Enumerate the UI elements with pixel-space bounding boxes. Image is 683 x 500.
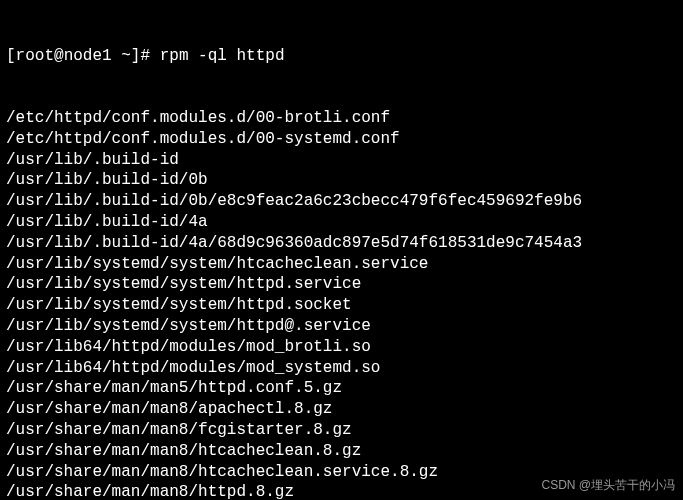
watermark: CSDN @埋头苦干的小冯 <box>541 478 675 494</box>
output-line: /usr/lib/systemd/system/httpd.service <box>6 274 677 295</box>
prompt-host: node1 <box>64 47 112 65</box>
command-line: [root@node1 ~]# rpm -ql httpd <box>6 46 677 67</box>
output-line: /usr/lib64/httpd/modules/mod_systemd.so <box>6 358 677 379</box>
output-line: /usr/share/man/man8/htcacheclean.8.gz <box>6 441 677 462</box>
output-line: /usr/lib/systemd/system/httpd.socket <box>6 295 677 316</box>
output-line: /usr/lib/.build-id/4a <box>6 212 677 233</box>
output-line: /usr/lib/systemd/system/httpd@.service <box>6 316 677 337</box>
output-line: /usr/lib/.build-id/0b/e8c9feac2a6c23cbec… <box>6 191 677 212</box>
output-line: /usr/lib/systemd/system/htcacheclean.ser… <box>6 254 677 275</box>
output-line: /usr/lib64/httpd/modules/mod_brotli.so <box>6 337 677 358</box>
output-line: /usr/share/man/man8/apachectl.8.gz <box>6 399 677 420</box>
prompt-path: ~ <box>121 47 131 65</box>
output-line: /usr/share/man/man8/fcgistarter.8.gz <box>6 420 677 441</box>
terminal-window[interactable]: [root@node1 ~]# rpm -ql httpd /etc/httpd… <box>6 4 677 500</box>
command-text: rpm -ql httpd <box>160 47 285 65</box>
output-line: /usr/lib/.build-id <box>6 150 677 171</box>
command-output: /etc/httpd/conf.modules.d/00-brotli.conf… <box>6 108 677 500</box>
output-line: /usr/lib/.build-id/4a/68d9c96360adc897e5… <box>6 233 677 254</box>
prompt-user: root <box>16 47 54 65</box>
output-line: /usr/lib/.build-id/0b <box>6 170 677 191</box>
output-line: /usr/share/man/man5/httpd.conf.5.gz <box>6 378 677 399</box>
prompt-symbol: # <box>140 47 150 65</box>
output-line: /etc/httpd/conf.modules.d/00-brotli.conf <box>6 108 677 129</box>
output-line: /etc/httpd/conf.modules.d/00-systemd.con… <box>6 129 677 150</box>
